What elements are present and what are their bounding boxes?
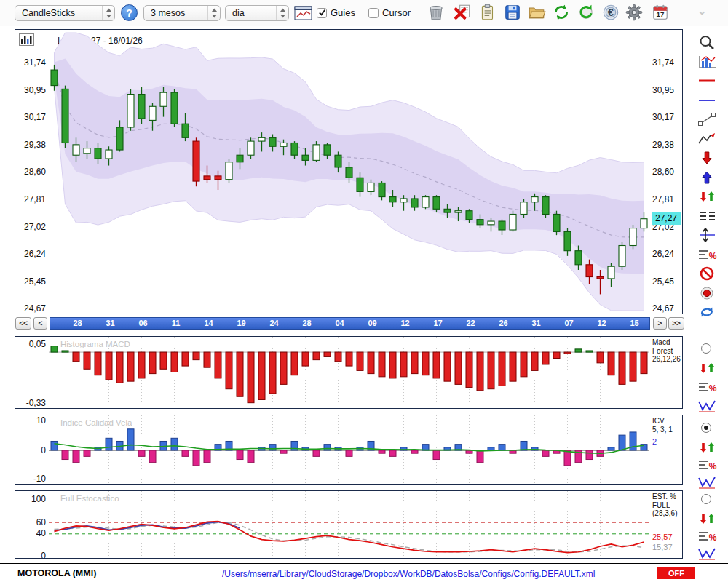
macd-y-top: 0,05 — [15, 339, 46, 350]
refresh-button[interactable] — [550, 3, 571, 23]
x-axis-date-strip[interactable]: 283106111419242804091217222631071215 — [50, 317, 650, 330]
scroll-prev-button[interactable]: < — [33, 317, 47, 330]
macd-percent-button[interactable]: % — [694, 378, 720, 396]
y-axis-label: 29,38 — [15, 140, 46, 151]
chevron-updown-icon — [102, 6, 114, 20]
scroll-next-button[interactable]: > — [653, 317, 667, 330]
stoch-params-label: EST. % FULL (28,3,6) — [652, 493, 683, 518]
calendar-button[interactable]: 17 — [649, 3, 670, 23]
macd-panel: Histograma MACD 0,05 -0,33 Macd Forest 2… — [15, 336, 683, 409]
icv-wave-button[interactable] — [694, 474, 720, 491]
x-axis-date: 04 — [335, 319, 344, 327]
icv-arrows-button[interactable] — [694, 439, 720, 456]
candlestick-chart[interactable] — [49, 30, 649, 313]
svg-text:%: % — [709, 383, 717, 394]
y-axis-label: 28,60 — [652, 167, 674, 178]
blue-line-tool-button[interactable] — [694, 92, 720, 109]
magnifier-icon — [696, 34, 718, 50]
app-window: CandleSticks ? 3 mesos dia Guies — [0, 0, 728, 582]
icv-bar-chart[interactable] — [49, 415, 649, 483]
delete-button[interactable] — [452, 3, 473, 23]
stoch-y-label: 60 — [15, 517, 46, 528]
forbidden-tool-button[interactable] — [694, 265, 720, 282]
copy-button[interactable] — [477, 3, 498, 23]
scroll-first-button[interactable]: << — [15, 317, 31, 330]
scroll-last-button[interactable]: >> — [668, 317, 684, 330]
calendar-day: 17 — [656, 10, 664, 18]
wave-icon — [696, 398, 718, 414]
y-axis-label: 29,38 — [652, 140, 674, 151]
x-axis-date: 06 — [138, 319, 147, 327]
chevron-down-icon[interactable]: ⌄ — [697, 4, 707, 17]
svg-text:%: % — [709, 461, 717, 471]
settings-button[interactable] — [623, 3, 644, 23]
open-folder-button[interactable] — [526, 3, 547, 23]
guies-checkbox[interactable]: Guies — [317, 7, 355, 18]
stoch-label-line: EST. % — [652, 493, 683, 501]
x-axis-date: 22 — [466, 319, 475, 327]
interval-select[interactable]: dia — [225, 5, 289, 21]
config-path-link[interactable]: /Users/mserra/Library/CloudStorage/Dropb… — [222, 569, 595, 579]
currency-button[interactable]: € — [600, 3, 621, 23]
x-axis-date: 31 — [531, 319, 540, 327]
x-axis-date: 17 — [433, 319, 442, 327]
red-line-tool-button[interactable] — [694, 72, 720, 89]
stoch-arrows-button[interactable] — [694, 510, 720, 527]
mini-chart-button[interactable] — [293, 6, 312, 21]
chevron-updown-icon — [207, 6, 220, 20]
icv-label-line: ICV — [652, 417, 683, 426]
stoch-wave-button[interactable] — [694, 545, 720, 562]
y-axis-label: 30,95 — [15, 85, 46, 96]
save-button[interactable] — [502, 3, 523, 23]
arrow-up-tool-button[interactable] — [694, 169, 720, 186]
stochastic-line-chart[interactable] — [49, 491, 649, 557]
histogram-tool-button[interactable] — [694, 53, 720, 71]
macd-histogram-chart[interactable] — [49, 337, 649, 407]
updown-line-tool-button[interactable] — [694, 226, 720, 244]
updown-arrows-icon — [696, 227, 718, 243]
sync-tool-button[interactable] — [694, 303, 720, 321]
trash-icon — [427, 3, 446, 22]
trash-button[interactable] — [425, 3, 446, 23]
icv-panel: Indice Calidad Vela 10 0 -10 ICV 5, 3, 1… — [15, 415, 683, 485]
stoch-y-label: 40 — [15, 528, 46, 539]
chevron-updown-icon — [276, 6, 288, 20]
zoom-tool-button[interactable] — [694, 33, 720, 51]
zigzag-tool-button[interactable] — [694, 130, 720, 148]
macd-wave-button[interactable] — [694, 397, 720, 415]
x-axis-date: 26 — [499, 319, 507, 327]
histogram-icon — [696, 54, 718, 70]
x-axis-date: 12 — [597, 319, 606, 327]
help-glyph: ? — [126, 7, 132, 19]
undo-button[interactable] — [575, 3, 596, 23]
stoch-percent-button[interactable]: % — [694, 527, 720, 545]
period-select[interactable]: 3 mesos — [143, 5, 221, 21]
y-axis-label: 30,17 — [15, 112, 46, 123]
zigzag-arrow-icon — [696, 131, 718, 147]
cursor-checkbox[interactable]: Cursor — [368, 7, 411, 18]
red-line-icon — [696, 73, 718, 89]
symbol-label: MOTOROLA (MMI) — [17, 568, 96, 578]
macd-arrows-button[interactable] — [694, 359, 720, 377]
record-tool-button[interactable] — [694, 284, 720, 302]
help-button[interactable]: ? — [121, 4, 138, 21]
trend-line-tool-button[interactable] — [694, 111, 720, 128]
status-bar: MOTOROLA (MMI) /Users/mserra/Library/Clo… — [0, 563, 728, 582]
percent-lines-tool-button[interactable]: % — [694, 246, 720, 263]
stoch-k-value: 25,57 — [652, 533, 673, 541]
macd-radio[interactable] — [701, 343, 711, 354]
icv-percent-button[interactable]: % — [694, 456, 720, 474]
off-badge[interactable]: OFF — [657, 567, 695, 579]
x-axis-date: 14 — [204, 319, 213, 327]
mini-chart-icon — [294, 6, 312, 20]
mini-histogram-icon[interactable] — [19, 33, 34, 49]
arrow-down-tool-button[interactable] — [694, 149, 720, 167]
wave-icon — [696, 474, 718, 490]
rows-tool-button[interactable] — [694, 207, 720, 225]
chart-type-select[interactable]: CandleSticks — [15, 5, 115, 21]
stoch-radio[interactable] — [701, 494, 711, 504]
icv-radio[interactable] — [701, 423, 711, 433]
blue-line-icon — [696, 92, 718, 108]
y-axis-label: 24,67 — [652, 303, 674, 314]
arrows-pair-tool-button[interactable] — [694, 188, 720, 205]
